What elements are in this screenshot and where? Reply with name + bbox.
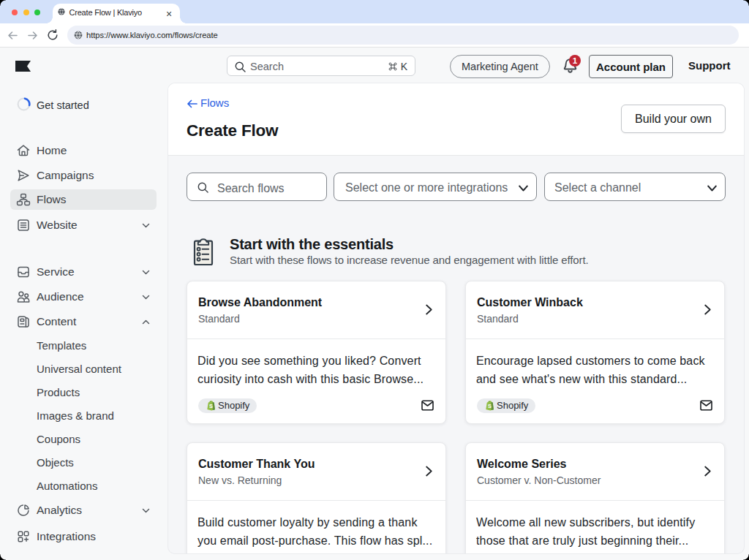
svg-text:S: S [209,403,213,409]
svg-text:S: S [488,403,492,409]
